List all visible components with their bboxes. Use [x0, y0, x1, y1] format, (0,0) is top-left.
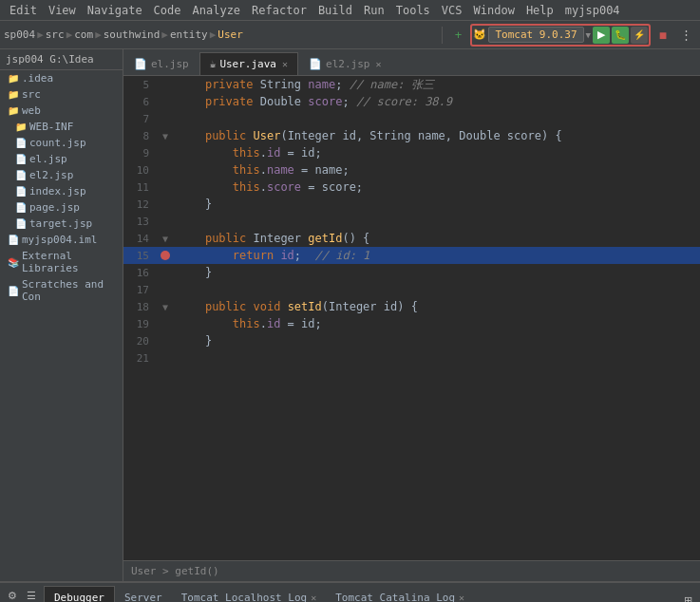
menu-vcs[interactable]: VCS: [436, 2, 468, 19]
sidebar-item-el[interactable]: 📄 el.jsp: [0, 151, 123, 167]
fold-marker-14[interactable]: ▼: [162, 234, 168, 244]
menu-project[interactable]: myjsp004: [559, 2, 626, 19]
sidebar-item-index[interactable]: 📄 index.jsp: [0, 183, 123, 199]
tomcat-catalina-tab-label: Tomcat Catalina Log: [335, 592, 455, 603]
run-button[interactable]: ▶: [593, 27, 610, 44]
menu-help[interactable]: Help: [520, 2, 559, 19]
menu-window[interactable]: Window: [468, 2, 520, 19]
menu-refactor[interactable]: Refactor: [246, 2, 312, 19]
menu-analyze[interactable]: Analyze: [187, 2, 247, 19]
coverage-button[interactable]: ⚡: [631, 27, 648, 44]
tab-server[interactable]: Server: [115, 586, 172, 602]
sidebar-item-scratches[interactable]: 📄 Scratches and Con: [0, 276, 123, 305]
fold-marker-8[interactable]: ▼: [162, 131, 168, 141]
sidebar-item-el-label: el.jsp: [29, 153, 67, 165]
line-num-6: 6: [123, 96, 157, 108]
run-config-name[interactable]: Tomcat 9.0.37: [488, 27, 583, 43]
stop-button[interactable]: ■: [653, 25, 673, 46]
sidebar-item-src[interactable]: 📁 src: [0, 86, 123, 103]
bottom-expand-btn[interactable]: ⊞: [679, 592, 696, 602]
breadcrumb-sep-3: ▶: [95, 28, 102, 41]
code-line-19: 19 this.id = id;: [123, 315, 700, 332]
menu-run[interactable]: Run: [358, 2, 390, 19]
debug-button[interactable]: 🐛: [612, 27, 629, 44]
sidebar-project-name: jsp004 G:\Idea: [6, 53, 94, 66]
tab-tomcat-catalina[interactable]: Tomcat Catalina Log ✕: [326, 586, 474, 602]
sidebar-item-el2[interactable]: 📄 el2.jsp: [0, 167, 123, 183]
toolbar-add-button[interactable]: +: [447, 25, 468, 46]
line-num-8: 8: [123, 130, 157, 142]
bottom-tab-bar: ⚙ ☰ Debugger Server Tomcat Localhost Log…: [0, 583, 700, 602]
el2-jsp-tab-close[interactable]: ✕: [375, 59, 381, 69]
sidebar-item-src-label: src: [22, 88, 41, 101]
line-num-19: 19: [123, 318, 157, 330]
toolbar: sp004 ▶ src ▶ com ▶ southwind ▶ entity ▶…: [0, 21, 700, 49]
menu-navigate[interactable]: Navigate: [82, 2, 148, 19]
tab-user-java[interactable]: ☕ User.java ✕: [199, 52, 298, 75]
sidebar-item-idea-label: .idea: [22, 72, 53, 85]
breakpoint-15[interactable]: [161, 251, 170, 260]
code-line-21: 21: [123, 349, 700, 367]
sidebar-item-el2-label: el2.jsp: [29, 169, 73, 181]
breadcrumb-project[interactable]: sp004: [4, 28, 35, 41]
user-java-tab-close[interactable]: ✕: [282, 59, 288, 69]
tomcat-localhost-tab-close[interactable]: ✕: [311, 593, 316, 603]
main-area: jsp004 G:\Idea 📁 .idea 📁 src 📁 web 📁 WEB…: [0, 49, 700, 581]
breadcrumb-southwind[interactable]: southwind: [104, 28, 161, 41]
page-file-icon: 📄: [15, 202, 27, 213]
code-line-14: 14 ▼ public Integer getId() {: [123, 230, 700, 247]
menu-tools[interactable]: Tools: [390, 2, 436, 19]
tomcat-catalina-tab-close[interactable]: ✕: [459, 593, 464, 603]
breadcrumb-sep-1: ▶: [37, 28, 44, 41]
sidebar-item-ext-libs[interactable]: 📚 External Libraries: [0, 248, 123, 276]
count-file-icon: 📄: [15, 138, 27, 148]
sidebar-item-target[interactable]: 📄 target.jsp: [0, 216, 123, 232]
code-editor[interactable]: 5 private String name; // name: 张三 6 pri…: [123, 76, 700, 560]
code-line-18: 18 ▼ public void setId(Integer id) {: [123, 298, 700, 315]
code-content-8: public User(Integer id, String name, Dou…: [174, 129, 700, 142]
user-java-tab-icon: ☕: [210, 58, 217, 70]
index-file-icon: 📄: [15, 186, 27, 197]
bottom-layout-btn[interactable]: ☰: [23, 588, 40, 603]
sidebar-item-iml[interactable]: 📄 myjsp004.iml: [0, 232, 123, 248]
tab-el-jsp[interactable]: 📄 el.jsp: [123, 52, 199, 75]
menu-edit[interactable]: Edit: [4, 2, 43, 19]
editor-breadcrumb: User > getId(): [123, 560, 700, 581]
breadcrumb-com[interactable]: com: [74, 28, 93, 41]
more-toolbar-button[interactable]: ⋮: [675, 25, 696, 46]
line-num-11: 11: [123, 181, 157, 194]
breadcrumb-user[interactable]: User: [218, 28, 243, 41]
sidebar-item-idea[interactable]: 📁 .idea: [0, 70, 123, 86]
ext-libs-icon: 📚: [8, 257, 19, 268]
code-line-12: 12 }: [123, 196, 700, 213]
breadcrumb-sep-5: ▶: [210, 28, 217, 41]
tab-tomcat-localhost[interactable]: Tomcat Localhost Log ✕: [172, 586, 326, 602]
bottom-settings-btn[interactable]: ⚙: [4, 588, 21, 603]
el2-file-icon: 📄: [15, 170, 27, 180]
code-line-5: 5 private String name; // name: 张三: [123, 76, 700, 93]
sidebar-item-index-label: index.jsp: [29, 185, 86, 198]
fold-marker-18[interactable]: ▼: [162, 302, 168, 312]
code-line-13: 13: [123, 213, 700, 230]
el2-jsp-tab-label: el2.jsp: [326, 58, 369, 70]
sidebar-item-count[interactable]: 📄 count.jsp: [0, 135, 123, 151]
sidebar-item-ext-libs-label: External Libraries: [22, 250, 119, 274]
tab-debugger[interactable]: Debugger: [44, 586, 115, 602]
tab-el2-jsp[interactable]: 📄 el2.jsp ✕: [298, 52, 391, 75]
user-java-tab-label: User.java: [219, 58, 276, 70]
sidebar-item-webinf[interactable]: 📁 WEB-INF: [0, 119, 123, 135]
menu-view[interactable]: View: [43, 2, 82, 19]
code-content-6: private Double score; // score: 38.9: [174, 95, 700, 108]
breadcrumb-src[interactable]: src: [46, 28, 65, 41]
sidebar-item-web[interactable]: 📁 web: [0, 103, 123, 119]
run-config-dropdown[interactable]: ▼: [586, 30, 591, 40]
code-content-16: }: [174, 266, 700, 279]
menu-code[interactable]: Code: [148, 2, 187, 19]
line-num-7: 7: [123, 113, 157, 125]
sidebar-item-page[interactable]: 📄 page.jsp: [0, 199, 123, 216]
menu-build[interactable]: Build: [312, 2, 358, 19]
tomcat-icon: 🐱: [473, 28, 486, 41]
web-folder-icon: 📁: [8, 105, 19, 116]
breadcrumb-entity[interactable]: entity: [170, 28, 208, 41]
gutter-14: ▼: [157, 234, 174, 244]
